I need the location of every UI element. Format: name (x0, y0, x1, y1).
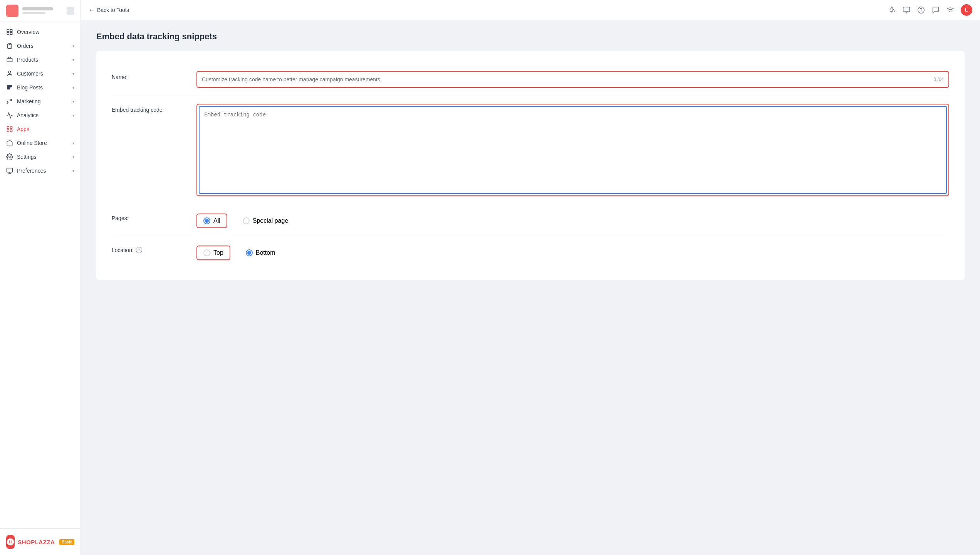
apps-icon (6, 126, 13, 133)
sidebar-label-overview: Overview (17, 29, 74, 35)
back-arrow-icon: ← (89, 7, 95, 13)
svg-point-10 (9, 156, 11, 158)
topbar: ← Back to Tools L (81, 0, 980, 20)
sidebar-label-orders: Orders (17, 43, 69, 49)
store-logo (6, 5, 18, 17)
location-help-icon[interactable]: ? (136, 247, 142, 253)
sidebar-item-blog-posts[interactable]: Blog Posts ▾ (0, 81, 81, 94)
tracking-control (196, 104, 949, 196)
sidebar-item-online-store[interactable]: Online Store ▾ (0, 136, 81, 150)
location-row: Location: ? Top Bottom (112, 236, 949, 268)
save-icon[interactable] (902, 6, 911, 14)
page-title: Embed data tracking snippets (96, 32, 965, 42)
name-input-wrapper: 0 /64 (196, 71, 949, 88)
user-avatar[interactable]: L (961, 4, 972, 16)
sidebar-item-apps[interactable]: Apps (0, 122, 81, 136)
help-icon[interactable] (917, 6, 925, 14)
pages-special-radio[interactable] (243, 217, 250, 224)
marketing-chevron: ▾ (72, 99, 74, 104)
sidebar-label-blog-posts: Blog Posts (17, 84, 69, 91)
products-chevron: ▾ (72, 58, 74, 62)
location-bottom-radio[interactable] (246, 249, 253, 256)
name-input[interactable] (202, 72, 933, 87)
pages-all-radio[interactable] (203, 217, 210, 224)
sidebar-item-products[interactable]: Products ▾ (0, 53, 81, 67)
analytics-chevron: ▾ (72, 113, 74, 118)
store-info (22, 7, 63, 14)
location-bottom-label: Bottom (256, 249, 275, 256)
svg-rect-2 (7, 33, 9, 35)
svg-rect-1 (10, 29, 12, 31)
sidebar-header (0, 0, 81, 22)
sidebar-item-orders[interactable]: Orders ▾ (0, 39, 81, 53)
main-area: ← Back to Tools L Embed data tracking s (81, 0, 980, 555)
tracking-textarea[interactable] (200, 107, 946, 192)
form-card: Name: 0 /64 Embed tracking code: (96, 51, 965, 280)
sidebar-label-settings: Settings (17, 154, 69, 160)
sidebar-item-settings[interactable]: Settings ▾ (0, 150, 81, 164)
location-label: Location: ? (112, 244, 181, 253)
preferences-chevron: ▾ (72, 169, 74, 173)
location-control: Top Bottom (196, 244, 949, 260)
settings-icon (6, 153, 13, 160)
name-label: Name: (112, 71, 181, 80)
plan-badge: Basic (59, 539, 74, 545)
store-name (22, 7, 53, 10)
sidebar-label-customers: Customers (17, 71, 69, 77)
sidebar-label-marketing: Marketing (17, 98, 69, 104)
marketing-icon (6, 98, 13, 105)
pages-all-option[interactable]: All (196, 214, 227, 228)
overview-icon (6, 29, 13, 35)
sidebar-footer: SHOPLAZZA Basic (0, 528, 81, 555)
pages-label: Pages: (112, 212, 181, 221)
svg-rect-11 (7, 168, 13, 172)
svg-point-5 (8, 71, 11, 73)
navigation-icon[interactable] (888, 6, 896, 14)
tracking-label: Embed tracking code: (112, 104, 181, 113)
sidebar-item-customers[interactable]: Customers ▾ (0, 67, 81, 81)
sidebar-toggle[interactable] (67, 7, 74, 15)
sidebar-label-analytics: Analytics (17, 112, 69, 118)
svg-rect-12 (903, 7, 910, 12)
sidebar-label-preferences: Preferences (17, 168, 69, 174)
orders-icon (6, 42, 13, 49)
pages-all-label: All (213, 217, 220, 224)
back-label: Back to Tools (97, 7, 129, 13)
location-top-label: Top (213, 249, 223, 256)
svg-rect-8 (7, 130, 9, 132)
online-store-chevron: ▾ (72, 141, 74, 145)
svg-rect-7 (10, 126, 12, 128)
pages-special-label: Special page (253, 217, 289, 224)
tracking-row: Embed tracking code: (112, 96, 949, 204)
name-row: Name: 0 /64 (112, 63, 949, 96)
location-bottom-option[interactable]: Bottom (246, 246, 275, 259)
back-to-tools-button[interactable]: ← Back to Tools (89, 7, 129, 13)
wifi-icon[interactable] (946, 6, 955, 14)
svg-rect-9 (10, 130, 12, 132)
location-top-option[interactable]: Top (196, 246, 230, 260)
content-area: Embed data tracking snippets Name: 0 /64… (81, 20, 980, 555)
pages-row: Pages: All Special page (112, 204, 949, 236)
settings-chevron: ▾ (72, 155, 74, 159)
online-store-icon (6, 140, 13, 146)
pages-special-option[interactable]: Special page (243, 214, 289, 227)
tracking-wrapper (196, 104, 949, 196)
pages-radio-group: All Special page (196, 212, 949, 228)
brand-name: SHOPLAZZA (18, 539, 55, 545)
sidebar-item-preferences[interactable]: Preferences ▾ (0, 164, 81, 178)
sidebar-item-analytics[interactable]: Analytics ▾ (0, 108, 81, 122)
svg-rect-0 (7, 29, 9, 31)
blog-chevron: ▾ (72, 86, 74, 90)
tracking-inner (199, 106, 947, 194)
shoplazza-logo: SHOPLAZZA Basic (6, 535, 74, 549)
sidebar-item-overview[interactable]: Overview (0, 25, 81, 39)
svg-rect-3 (10, 33, 12, 35)
orders-chevron: ▾ (72, 44, 74, 48)
topbar-icons: L (888, 4, 972, 16)
shoplazza-icon (6, 535, 15, 549)
chat-icon[interactable] (931, 6, 940, 14)
sidebar-nav: Overview Orders ▾ Products ▾ Customers ▾ (0, 22, 81, 528)
sidebar-item-marketing[interactable]: Marketing ▾ (0, 94, 81, 108)
location-radio-group: Top Bottom (196, 244, 949, 260)
location-top-radio[interactable] (203, 249, 210, 256)
